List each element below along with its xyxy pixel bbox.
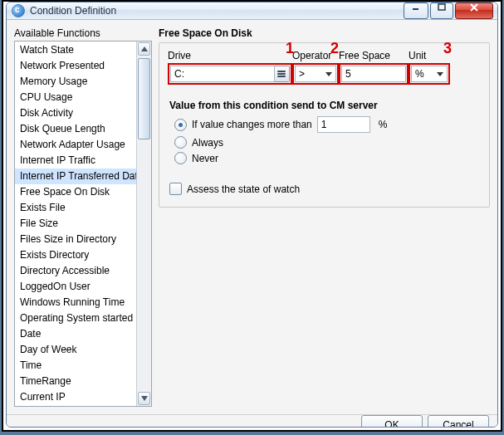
list-item[interactable]: Disk Queue Length	[15, 121, 136, 137]
list-scrollbar[interactable]	[136, 42, 151, 406]
list-item[interactable]: Free Space On Disk	[15, 184, 136, 200]
assess-state-checkbox[interactable]	[169, 183, 182, 195]
scroll-thumb[interactable]	[138, 58, 150, 139]
drive-browse-button[interactable]	[275, 66, 290, 82]
unit-select[interactable]: %	[411, 66, 448, 82]
assess-state-label: Assess the state of watch	[187, 183, 300, 195]
list-item[interactable]: Disk Activity	[15, 105, 136, 121]
window-buttons	[402, 2, 493, 19]
drive-input[interactable]	[171, 66, 274, 81]
list-item[interactable]: Exists Directory	[15, 247, 136, 263]
change-threshold-input[interactable]	[317, 116, 370, 133]
list-item[interactable]: TimeRange	[15, 374, 136, 389]
titlebar[interactable]: Condition Definition	[7, 2, 497, 20]
send-condition-heading: Value from this condition send to CM ser…	[169, 100, 481, 111]
operator-label: Operator	[292, 50, 339, 61]
list-item[interactable]: LoggedOn User	[15, 279, 136, 295]
list-item[interactable]: Internet IP Transferred Data	[15, 169, 136, 184]
unit-label: Unit	[409, 50, 448, 61]
radio-never[interactable]	[174, 152, 187, 164]
parameters-group: 1 2 3 Drive Operator Free Space Unit	[159, 42, 490, 208]
chevron-down-icon	[437, 72, 443, 76]
unit-value: %	[415, 68, 424, 80]
panel-heading: Free Space On Disk	[159, 27, 490, 39]
list-item[interactable]: Time	[15, 358, 136, 374]
radio-always[interactable]	[174, 136, 187, 149]
ok-button[interactable]: OK	[361, 415, 423, 428]
maximize-button[interactable]	[430, 2, 453, 19]
scroll-up-button[interactable]	[138, 42, 150, 56]
scroll-track[interactable]	[137, 56, 151, 391]
functions-listbox[interactable]: Watch StateNetwork PresentedMemory Usage…	[14, 41, 152, 407]
drive-label: Drive	[168, 50, 292, 61]
operator-select[interactable]: >	[295, 66, 336, 82]
list-item[interactable]: Files Size in Directory	[15, 232, 136, 247]
svg-rect-1	[438, 4, 445, 10]
radio-never-label: Never	[192, 153, 218, 164]
available-functions-label: Available Functions	[14, 27, 152, 39]
radio-always-label: Always	[192, 137, 223, 149]
list-item[interactable]: Exists File	[15, 200, 136, 216]
svg-marker-5	[141, 396, 148, 401]
chevron-down-icon	[325, 72, 332, 76]
dialog-window: Condition Definition Available Functions…	[6, 2, 498, 428]
list-item[interactable]: CPU Usage	[15, 90, 136, 105]
list-item[interactable]: Network Adapter Usage	[15, 137, 136, 153]
list-item[interactable]: Memory Usage	[15, 74, 136, 90]
app-icon	[12, 4, 25, 17]
dialog-footer: OK Cancel	[7, 414, 497, 428]
list-item[interactable]: Directory Accessible	[15, 263, 136, 279]
free-space-label: Free Space	[339, 50, 409, 61]
free-space-input[interactable]	[342, 66, 405, 81]
radio-if-changes[interactable]	[174, 119, 187, 131]
list-item[interactable]: Windows Running Time	[15, 295, 136, 310]
svg-marker-4	[141, 46, 148, 51]
list-item[interactable]: Internet IP Traffic	[15, 153, 136, 169]
cancel-button[interactable]: Cancel	[428, 415, 489, 428]
list-item[interactable]: Current IP	[15, 389, 136, 405]
scroll-down-button[interactable]	[138, 392, 150, 405]
list-item[interactable]: Date	[15, 326, 136, 342]
minimize-button[interactable]	[404, 2, 428, 19]
list-item[interactable]: Operating System started	[15, 310, 136, 326]
list-item[interactable]: Watch State	[15, 42, 136, 58]
radio-if-changes-label: If value changes more than	[192, 119, 312, 130]
close-button[interactable]	[455, 2, 493, 19]
operator-value: >	[299, 68, 305, 80]
list-item[interactable]: Day of Week	[15, 342, 136, 358]
change-threshold-unit: %	[379, 119, 388, 130]
list-item[interactable]: File Size	[15, 216, 136, 232]
window-title: Condition Definition	[30, 5, 397, 17]
list-item[interactable]: Network Presented	[15, 58, 136, 74]
